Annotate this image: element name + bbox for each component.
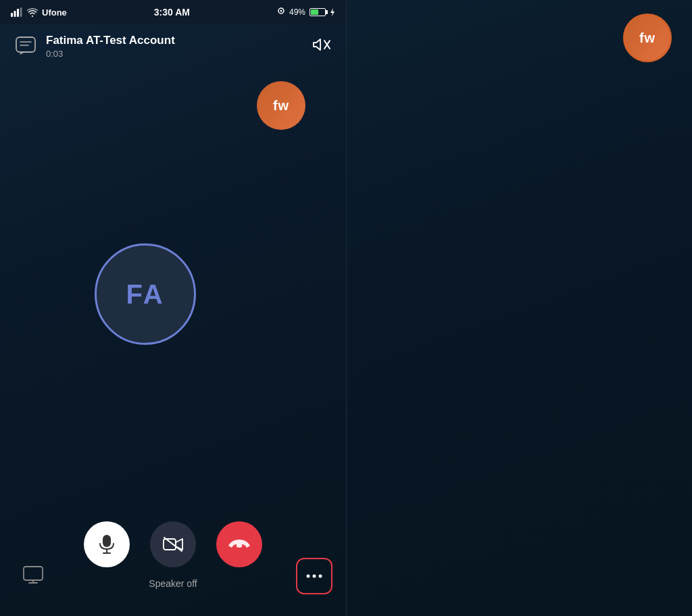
header-left: Fatima AT-Test Account 0:03 [14, 34, 175, 59]
controls-row [84, 521, 262, 567]
svg-rect-1 [14, 11, 16, 17]
svg-line-18 [164, 538, 182, 551]
more-options-button[interactable] [296, 558, 332, 594]
left-panel: Ufone 3:30 AM 49% [0, 0, 346, 616]
svg-point-20 [313, 575, 316, 578]
signal-icon [11, 7, 23, 17]
panel-divider [346, 0, 347, 616]
battery-percent: 49% [289, 7, 305, 17]
speaker-label: Speaker off [149, 578, 197, 589]
wifi-icon [27, 8, 38, 17]
call-name: Fatima AT-Test Account [46, 34, 175, 47]
svg-rect-2 [17, 9, 19, 17]
battery-icon [310, 8, 326, 16]
svg-rect-14 [103, 535, 111, 547]
right-panel: fw FA Allow incoming video [346, 0, 692, 616]
mic-button[interactable] [84, 521, 130, 567]
header-text: Fatima AT-Test Account 0:03 [46, 34, 175, 59]
svg-rect-3 [20, 7, 22, 17]
avatar-fw-right: fw [623, 14, 672, 62]
chat-icon [14, 34, 38, 58]
svg-rect-6 [16, 37, 35, 52]
avatar-fa-left: FA [95, 243, 196, 345]
avatar-fw-left: fw [257, 81, 305, 130]
svg-point-21 [319, 575, 322, 578]
carrier-name: Ufone [42, 7, 67, 18]
svg-rect-0 [11, 13, 13, 17]
volume-off-icon [311, 34, 332, 55]
svg-point-5 [280, 10, 282, 12]
status-bar: Ufone 3:30 AM 49% [0, 0, 346, 24]
video-off-button[interactable] [150, 521, 196, 567]
end-call-button[interactable] [216, 521, 262, 567]
call-duration: 0:03 [46, 49, 175, 59]
status-right: 49% [277, 7, 335, 17]
status-time: 3:30 AM [154, 7, 190, 18]
call-header: Fatima AT-Test Account 0:03 [0, 24, 346, 68]
charging-icon [330, 8, 335, 16]
bottom-controls: Speaker off [0, 521, 346, 589]
status-left: Ufone [11, 7, 67, 18]
location-icon [277, 7, 285, 17]
svg-point-19 [307, 575, 310, 578]
